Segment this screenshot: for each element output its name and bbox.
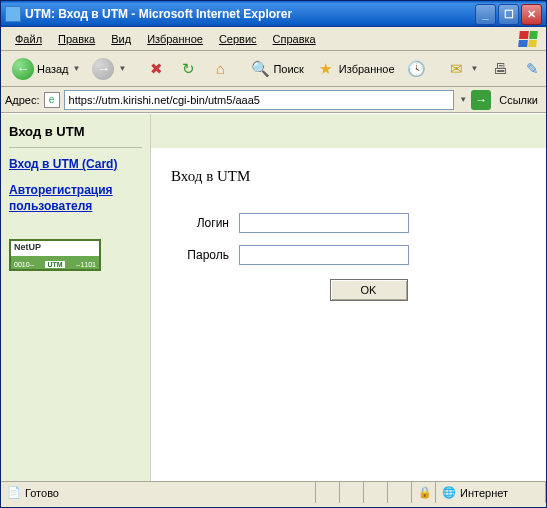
zone-text: Интернет — [460, 487, 508, 499]
address-bar: Адрес: e ▼ → Ссылки — [1, 87, 546, 113]
chevron-down-icon: ▼ — [118, 64, 126, 73]
header-band — [151, 114, 546, 148]
login-row: Логин — [171, 213, 526, 233]
security-pane: 🔒 — [412, 482, 436, 503]
search-button[interactable]: 🔍Поиск — [245, 55, 308, 83]
forward-arrow-icon: → — [92, 58, 114, 80]
password-input[interactable] — [239, 245, 409, 265]
links-button[interactable]: Ссылки — [495, 94, 542, 106]
home-icon: ⌂ — [210, 59, 230, 79]
windows-logo-icon — [516, 29, 540, 49]
submit-button[interactable]: OK — [330, 279, 408, 301]
zone-pane: 🌐 Интернет — [436, 482, 546, 503]
go-button[interactable]: → — [471, 90, 491, 110]
password-label: Пароль — [171, 248, 239, 262]
maximize-button[interactable]: ☐ — [498, 4, 519, 25]
main-panel: Вход в UTM Логин Пароль OK — [151, 114, 546, 481]
stop-button[interactable]: ✖ — [141, 55, 171, 83]
back-button[interactable]: ← Назад ▼ — [7, 55, 85, 83]
search-icon: 🔍 — [250, 59, 270, 79]
forward-button[interactable]: → ▼ — [87, 55, 131, 83]
history-icon: 🕓 — [407, 59, 427, 79]
menu-file[interactable]: Файл — [7, 31, 50, 47]
edit-button[interactable]: ✎ — [518, 55, 547, 83]
status-pane-3 — [364, 482, 388, 503]
sidebar-header: Вход в UTM — [9, 124, 142, 148]
close-button[interactable]: ✕ — [521, 4, 542, 25]
chevron-down-icon: ▼ — [471, 64, 479, 73]
menu-help[interactable]: Справка — [265, 31, 324, 47]
status-bar: 📄 Готово 🔒 🌐 Интернет — [1, 481, 546, 503]
history-button[interactable]: 🕓 — [402, 55, 432, 83]
netup-brand: NetUP — [14, 242, 96, 252]
login-input[interactable] — [239, 213, 409, 233]
page-done-icon: 📄 — [7, 486, 21, 500]
mail-button[interactable]: ✉▼ — [442, 55, 484, 83]
netup-utm: UTM — [45, 261, 64, 268]
chevron-down-icon[interactable]: ▼ — [459, 95, 467, 104]
refresh-button[interactable]: ↻ — [173, 55, 203, 83]
star-icon: ★ — [316, 59, 336, 79]
print-icon: 🖶 — [491, 59, 511, 79]
print-button[interactable]: 🖶 — [486, 55, 516, 83]
stop-icon: ✖ — [146, 59, 166, 79]
edit-icon: ✎ — [523, 59, 543, 79]
window-title: UTM: Вход в UTM - Microsoft Internet Exp… — [25, 7, 473, 21]
sidebar-link-login-card[interactable]: Вход в UTM (Card) — [9, 156, 142, 172]
favorites-label: Избранное — [339, 63, 395, 75]
lock-icon: 🔒 — [418, 486, 432, 500]
search-label: Поиск — [273, 63, 303, 75]
favorites-button[interactable]: ★Избранное — [311, 55, 400, 83]
content-area: Вход в UTM Вход в UTM (Card) Авторегистр… — [1, 113, 546, 481]
ie-app-icon — [5, 6, 21, 22]
mail-icon: ✉ — [447, 59, 467, 79]
menu-tools[interactable]: Сервис — [211, 31, 265, 47]
window-titlebar: UTM: Вход в UTM - Microsoft Internet Exp… — [1, 1, 546, 27]
page-icon: e — [44, 92, 60, 108]
status-text-pane: 📄 Готово — [1, 482, 316, 503]
back-arrow-icon: ← — [12, 58, 34, 80]
sidebar-link-autoreg[interactable]: Авторегистрация пользователя — [9, 182, 142, 214]
status-pane-4 — [388, 482, 412, 503]
netup-badge: NetUP 0010-- UTM --1101 — [9, 239, 101, 271]
status-pane-1 — [316, 482, 340, 503]
netup-bits-right: --1101 — [76, 261, 96, 268]
netup-bits-left: 0010-- — [14, 261, 34, 268]
address-input[interactable] — [64, 90, 455, 110]
refresh-icon: ↻ — [178, 59, 198, 79]
status-pane-2 — [340, 482, 364, 503]
login-label: Логин — [171, 216, 239, 230]
menu-edit[interactable]: Правка — [50, 31, 103, 47]
chevron-down-icon: ▼ — [73, 64, 81, 73]
sidebar: Вход в UTM Вход в UTM (Card) Авторегистр… — [1, 114, 151, 481]
menu-view[interactable]: Вид — [103, 31, 139, 47]
page-heading: Вход в UTM — [171, 168, 526, 185]
internet-zone-icon: 🌐 — [442, 486, 456, 500]
password-row: Пароль — [171, 245, 526, 265]
back-label: Назад — [37, 63, 69, 75]
menu-bar: Файл Правка Вид Избранное Сервис Справка — [1, 27, 546, 51]
home-button[interactable]: ⌂ — [205, 55, 235, 83]
menu-favorites[interactable]: Избранное — [139, 31, 211, 47]
address-label: Адрес: — [5, 94, 40, 106]
navigation-toolbar: ← Назад ▼ → ▼ ✖ ↻ ⌂ 🔍Поиск ★Избранное 🕓 … — [1, 51, 546, 87]
status-text: Готово — [25, 487, 59, 499]
minimize-button[interactable]: _ — [475, 4, 496, 25]
